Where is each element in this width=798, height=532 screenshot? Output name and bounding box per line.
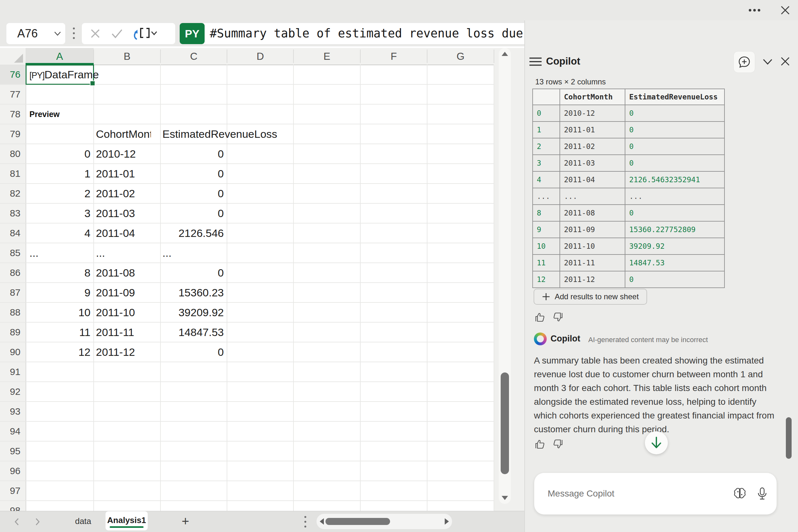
thumbs-down-icon[interactable] (552, 312, 563, 323)
row-header-78[interactable]: 78 (0, 104, 25, 124)
row-header-79[interactable]: 79 (0, 124, 25, 144)
more-options-icon[interactable] (747, 4, 762, 17)
cancel-icon[interactable] (90, 28, 100, 39)
row-header-76[interactable]: 76 (0, 64, 25, 84)
close-panel-icon[interactable] (780, 56, 790, 66)
column-header-B[interactable]: B (94, 48, 160, 64)
name-box[interactable]: A76 (6, 23, 65, 44)
enter-check-icon[interactable] (111, 28, 123, 39)
cell-a84: 4 (28, 223, 91, 243)
tab-bar-more-icon[interactable] (304, 516, 306, 528)
gridline-horizontal (0, 401, 494, 402)
scroll-up-arrow-icon[interactable] (501, 52, 508, 56)
row-header-95[interactable]: 95 (0, 441, 25, 461)
row-header-80[interactable]: 80 (0, 144, 25, 164)
scroll-to-bottom-button[interactable] (645, 431, 668, 454)
cell-value: DataFrame (44, 69, 99, 80)
row-header-94[interactable]: 94 (0, 421, 25, 441)
copilot-table-cell: 0 (625, 138, 724, 155)
row-header-96[interactable]: 96 (0, 461, 25, 481)
column-header-F[interactable]: F (360, 48, 427, 64)
copilot-table-cell: 2011-08 (560, 205, 625, 221)
new-chat-button[interactable] (734, 51, 755, 73)
copilot-table-cell: 4 (533, 171, 560, 188)
excel-copilot-window: { "formula_bar": { "cell_reference": "A7… (0, 0, 798, 532)
row-header-89[interactable]: 89 (0, 322, 25, 342)
thumbs-up-icon[interactable] (535, 312, 546, 323)
copilot-table-cell: 14847.53 (625, 254, 724, 271)
insert-python-icon[interactable] (132, 26, 157, 41)
cell-c83: 0 (163, 203, 224, 223)
formula-bar-drag-handle[interactable] (73, 27, 75, 39)
scroll-right-arrow-icon[interactable] (445, 518, 449, 525)
prev-sheet-icon[interactable] (13, 518, 21, 526)
row-header-77[interactable]: 77 (0, 84, 25, 104)
row-header-86[interactable]: 86 (0, 263, 25, 283)
copilot-table-cell: 0 (533, 105, 560, 121)
column-header-G[interactable]: G (427, 48, 494, 64)
scroll-down-arrow-icon[interactable] (501, 496, 508, 500)
microphone-icon[interactable] (756, 487, 769, 500)
close-window-icon[interactable] (778, 4, 792, 17)
copilot-table-cell: 2010-12 (560, 105, 625, 121)
gridline-vertical (93, 64, 94, 511)
copilot-table-cell: 2011-01 (560, 121, 625, 138)
copilot-table-cell: 0 (625, 271, 724, 288)
cell-a85: ... (30, 243, 38, 263)
copilot-table-row: 92011-0915360.227752809 (533, 221, 724, 238)
panel-scrollbar-thumb[interactable] (786, 417, 792, 459)
column-header-A[interactable]: A (25, 48, 94, 64)
cell-c79-revenueloss-header: EstimatedRevenueLoss (163, 124, 277, 144)
row-header-98[interactable]: 98 (0, 501, 25, 511)
cell-a90: 12 (28, 342, 91, 362)
row-header-93[interactable]: 93 (0, 402, 25, 421)
row-header-97[interactable]: 97 (0, 481, 25, 501)
horizontal-scrollbar[interactable] (317, 514, 452, 529)
copilot-brand-label: Copilot (551, 334, 580, 344)
column-header-separator (227, 50, 227, 63)
cell-b85: ... (96, 243, 105, 263)
select-all-corner[interactable] (0, 48, 25, 64)
vertical-scrollbar[interactable] (499, 48, 511, 504)
row-header-81[interactable]: 81 (0, 164, 25, 184)
row-header-90[interactable]: 90 (0, 342, 25, 362)
row-header-84[interactable]: 84 (0, 223, 25, 243)
copilot-table-row: 102011-1039209.92 (533, 238, 724, 254)
cell-a81: 1 (28, 164, 91, 184)
row-header-85[interactable]: 85 (0, 243, 25, 263)
thumbs-down-icon[interactable] (552, 439, 563, 450)
horizontal-scrollbar-thumb[interactable] (325, 518, 390, 525)
row-header-88[interactable]: 88 (0, 302, 25, 322)
sheet-tab-data[interactable]: data (65, 511, 101, 532)
table-feedback (535, 312, 563, 323)
copilot-table-cell: 2 (533, 138, 560, 155)
column-header-E[interactable]: E (293, 48, 360, 64)
row-header-82[interactable]: 82 (0, 184, 25, 203)
work-mode-brain-icon[interactable] (733, 487, 746, 500)
scroll-left-arrow-icon[interactable] (320, 518, 324, 525)
menu-hamburger-icon[interactable] (529, 57, 542, 66)
row-header-87[interactable]: 87 (0, 283, 25, 302)
add-results-to-new-sheet-button[interactable]: Add results to new sheet (534, 289, 647, 305)
copilot-message-input[interactable] (547, 473, 721, 514)
cell-c88: 39209.92 (163, 302, 224, 322)
title-bar (0, 0, 798, 20)
vertical-scrollbar-thumb[interactable] (501, 373, 509, 474)
collapse-panel-icon[interactable] (762, 58, 773, 65)
column-header-D[interactable]: D (227, 48, 293, 64)
thumbs-up-icon[interactable] (535, 439, 546, 450)
sheet-tab-analysis1[interactable]: Analysis1 (106, 511, 148, 530)
add-sheet-button[interactable]: + (178, 514, 193, 529)
fill-handle[interactable] (90, 80, 95, 86)
chevron-down-icon[interactable] (54, 31, 61, 36)
next-sheet-icon[interactable] (33, 518, 41, 526)
cell-c86: 0 (163, 263, 224, 283)
spreadsheet-grid[interactable]: ABCDEFG767778798081828384858687888990919… (0, 46, 524, 511)
gridline-horizontal (0, 461, 494, 461)
row-header-83[interactable]: 83 (0, 203, 25, 223)
copilot-table-cell: 2011-12 (560, 271, 625, 288)
row-header-92[interactable]: 92 (0, 382, 25, 402)
row-header-91[interactable]: 91 (0, 362, 25, 382)
column-header-C[interactable]: C (160, 48, 227, 64)
cell-a76-dataframe[interactable]: [PY]DataFrame (30, 64, 99, 84)
